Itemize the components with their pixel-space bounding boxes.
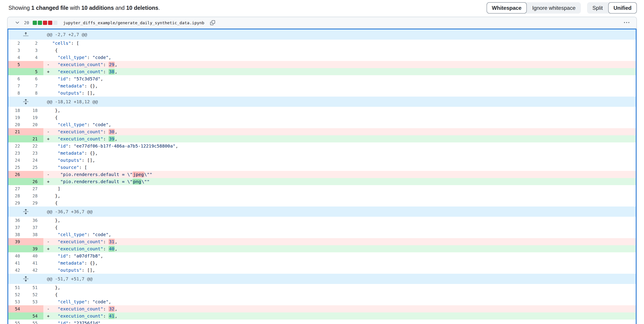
old-line-number[interactable]: 26: [8, 171, 26, 178]
new-line-number[interactable]: 53: [26, 298, 43, 305]
new-line-number[interactable]: 29: [26, 199, 43, 206]
code-segment: "cell_type": [58, 299, 87, 304]
new-line-number[interactable]: 55: [26, 319, 43, 324]
diff-line-row: 2727 ]: [8, 185, 636, 192]
new-line-number[interactable]: 28: [26, 192, 43, 199]
expand-hunk-button[interactable]: [8, 274, 43, 284]
old-line-number[interactable]: 5: [8, 61, 26, 68]
old-line-number[interactable]: 41: [8, 259, 26, 267]
new-line-number[interactable]: 52: [26, 291, 43, 298]
expand-hunk-button[interactable]: [8, 206, 43, 217]
file-options-button[interactable]: [623, 19, 630, 26]
new-line-number[interactable]: 27: [26, 185, 43, 192]
new-line-number[interactable]: 37: [26, 224, 43, 231]
file-path-link[interactable]: jupyter_diffs_example/generate_daily_syn…: [63, 21, 204, 25]
diff-line-row: 54- "execution_count": 32,: [8, 305, 636, 312]
old-line-number[interactable]: 4: [8, 54, 26, 61]
copy-path-button[interactable]: [209, 19, 216, 26]
old-line-number[interactable]: 29: [8, 199, 26, 206]
old-line-number[interactable]: 7: [8, 82, 26, 90]
expand-hunk-button[interactable]: [8, 97, 43, 107]
new-line-number[interactable]: 6: [26, 75, 43, 82]
diffstat-square-del: [43, 21, 47, 25]
old-line-number[interactable]: 39: [8, 238, 26, 245]
new-line-number[interactable]: [26, 128, 43, 135]
new-line-number[interactable]: 4: [26, 54, 43, 61]
unfold-icon: [23, 276, 29, 282]
new-line-number[interactable]: [26, 61, 43, 68]
new-line-number[interactable]: [26, 238, 43, 245]
code-segment: : {},: [84, 83, 98, 89]
new-line-number[interactable]: 21: [26, 135, 43, 142]
old-line-number[interactable]: [8, 178, 26, 185]
new-line-number[interactable]: 7: [26, 82, 43, 90]
code-segment: ,: [115, 313, 118, 319]
new-line-number[interactable]: 54: [26, 312, 43, 319]
unified-view-button[interactable]: Unified: [608, 2, 637, 14]
new-line-number[interactable]: 5: [26, 68, 43, 75]
old-line-number[interactable]: 37: [8, 224, 26, 231]
old-line-number[interactable]: 8: [8, 90, 26, 97]
old-line-number[interactable]: 21: [8, 128, 26, 135]
expand-hunk-button[interactable]: [8, 29, 43, 40]
new-line-number[interactable]: 19: [26, 114, 43, 121]
new-line-number[interactable]: 24: [26, 157, 43, 164]
old-line-number[interactable]: 19: [8, 114, 26, 121]
new-line-number[interactable]: 51: [26, 284, 43, 291]
old-line-number[interactable]: 3: [8, 47, 26, 54]
diff-line-row: 2020 "cell_type": "code",: [8, 121, 636, 128]
old-line-number[interactable]: 25: [8, 164, 26, 171]
old-line-number[interactable]: [8, 68, 26, 75]
old-line-number[interactable]: [8, 312, 26, 319]
old-line-number[interactable]: 36: [8, 217, 26, 224]
old-line-number[interactable]: 28: [8, 192, 26, 199]
old-line-number[interactable]: 38: [8, 231, 26, 238]
old-line-number[interactable]: 2: [8, 40, 26, 47]
old-line-number[interactable]: 52: [8, 291, 26, 298]
diff-marker: [47, 320, 50, 324]
old-line-number[interactable]: 18: [8, 107, 26, 114]
ignore-whitespace-button[interactable]: Ignore whitespace: [527, 2, 581, 14]
diff-line-row: 2525 "source": [: [8, 164, 636, 171]
collapse-file-button[interactable]: [14, 19, 21, 26]
code-segment: },: [50, 108, 60, 113]
old-line-number[interactable]: 23: [8, 150, 26, 157]
new-line-number[interactable]: 22: [26, 142, 43, 150]
new-line-number[interactable]: [26, 171, 43, 178]
old-line-number[interactable]: 42: [8, 267, 26, 274]
new-line-number[interactable]: 3: [26, 47, 43, 54]
new-line-number[interactable]: 18: [26, 107, 43, 114]
old-line-number[interactable]: 51: [8, 284, 26, 291]
new-line-number[interactable]: 36: [26, 217, 43, 224]
old-line-number[interactable]: 22: [8, 142, 26, 150]
old-line-number[interactable]: [8, 135, 26, 142]
old-line-number[interactable]: 54: [8, 305, 26, 312]
code-segment: [50, 232, 58, 237]
new-line-number[interactable]: 40: [26, 252, 43, 259]
code-segment: [50, 179, 60, 184]
old-line-number[interactable]: 6: [8, 75, 26, 82]
old-line-number[interactable]: 40: [8, 252, 26, 259]
new-line-number[interactable]: [26, 305, 43, 312]
new-line-number[interactable]: 25: [26, 164, 43, 171]
new-line-number[interactable]: 23: [26, 150, 43, 157]
old-line-number[interactable]: 20: [8, 121, 26, 128]
old-line-number[interactable]: 53: [8, 298, 26, 305]
changed-word: 29: [108, 62, 115, 67]
code-segment: "execution_count": [58, 129, 103, 134]
old-line-number[interactable]: [8, 245, 26, 252]
split-view-button[interactable]: Split: [587, 2, 608, 14]
new-line-number[interactable]: 2: [26, 40, 43, 47]
new-line-number[interactable]: 42: [26, 267, 43, 274]
new-line-number[interactable]: 41: [26, 259, 43, 267]
old-line-number[interactable]: 27: [8, 185, 26, 192]
whitespace-button[interactable]: Whitespace: [486, 2, 527, 14]
new-line-number[interactable]: 8: [26, 90, 43, 97]
new-line-number[interactable]: 26: [26, 178, 43, 185]
old-line-number[interactable]: 55: [8, 319, 26, 324]
new-line-number[interactable]: 20: [26, 121, 43, 128]
new-line-number[interactable]: 39: [26, 245, 43, 252]
old-line-number[interactable]: 24: [8, 157, 26, 164]
diff-line-row: 88 "outputs": [],: [8, 90, 636, 97]
new-line-number[interactable]: 38: [26, 231, 43, 238]
